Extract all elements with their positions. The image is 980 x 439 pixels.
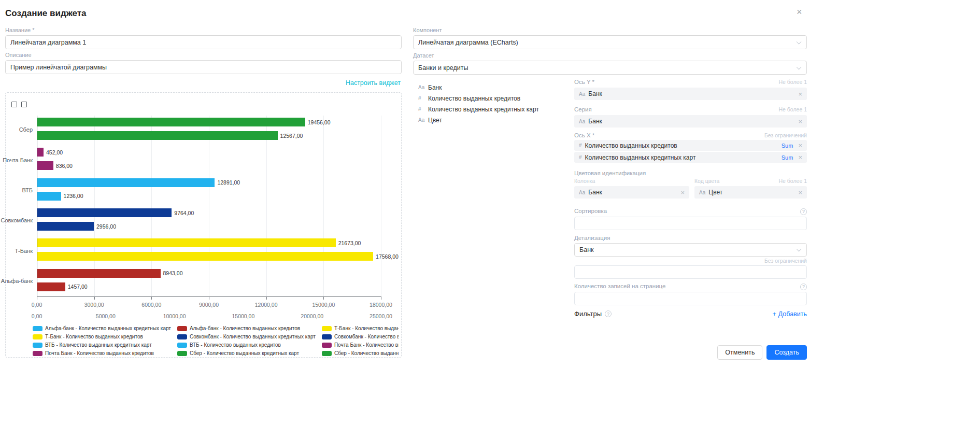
name-input[interactable]	[5, 35, 402, 49]
string-type-icon: Аа	[579, 119, 585, 124]
legend-label: Почта Банк - Количество выданных кредитн…	[334, 342, 399, 348]
bar[interactable]	[37, 252, 373, 261]
records-per-page-input[interactable]	[574, 292, 807, 305]
legend-item[interactable]: Совкомбанк - Количество выданных кредито…	[322, 334, 399, 339]
aggregation-sum-link[interactable]: Sum	[782, 154, 793, 161]
color-code-hint: Не более 1	[778, 178, 807, 184]
bar[interactable]	[37, 148, 44, 157]
save-as-image-icon[interactable]	[11, 102, 17, 107]
component-select[interactable]: Линейчатая диаграмма (ECharts)	[413, 35, 807, 49]
legend-label: Совкомбанк - Количество выданных кредито…	[334, 334, 399, 339]
legend-marker-icon	[177, 334, 187, 339]
legend-item[interactable]: Совкомбанк - Количество выданных кредитн…	[177, 334, 316, 339]
legend-item[interactable]: ВТБ - Количество выданных кредитных карт	[33, 342, 171, 348]
create-button[interactable]: Создать	[766, 345, 807, 360]
close-icon[interactable]: ×	[797, 7, 802, 17]
legend-item[interactable]: Альфа-банк - Количество выданных кредитн…	[33, 325, 171, 331]
chart-toolbox	[11, 102, 27, 107]
legend-label: ВТБ - Количество выданных кредитных карт	[45, 342, 152, 348]
dataset-select[interactable]: Банки и кредиты	[413, 61, 807, 75]
field-name: Количество выданных кредитов	[428, 95, 520, 102]
axis-x-chip-credits[interactable]: # Количество выданных кредитов Sum ×	[574, 140, 807, 151]
description-input[interactable]	[5, 60, 402, 74]
gridline	[381, 116, 381, 297]
legend-item[interactable]: Сбер - Количество выданных кредитных кар…	[177, 350, 316, 356]
remove-icon[interactable]: ×	[680, 189, 685, 196]
remove-icon[interactable]: ×	[798, 189, 802, 196]
bar-value-label: 452,00	[46, 149, 63, 155]
aggregation-sum-link[interactable]: Sum	[782, 143, 793, 149]
gridline	[209, 116, 209, 297]
dataset-field-bank[interactable]: Аа Банк	[418, 82, 569, 93]
detail-select[interactable]: Банк	[574, 243, 807, 257]
y-axis-category-label: Т-Банк	[15, 248, 33, 254]
component-value: Линейчатая диаграмма (ECharts)	[418, 39, 518, 46]
remove-icon[interactable]: ×	[798, 154, 802, 161]
configure-widget-link[interactable]: Настроить виджет	[346, 79, 401, 87]
bar-value-label: 21673,00	[338, 240, 361, 246]
color-code-label: Код цвета	[694, 178, 719, 184]
axis-y-chip[interactable]: Аа Банк ×	[574, 88, 807, 100]
series-label: Серия	[574, 106, 592, 112]
legend-label: ВТБ - Количество выданных кредитов	[190, 342, 281, 348]
bar[interactable]	[37, 192, 61, 201]
legend-item[interactable]: Почта Банк - Количество выданных кредито…	[33, 350, 171, 356]
sorting-input[interactable]	[574, 217, 807, 230]
bar-value-label: 17568,00	[376, 253, 399, 260]
axis-x-section: Ось X * Без ограничений # Количество выд…	[574, 132, 807, 163]
bar[interactable]	[37, 269, 161, 278]
legend-marker-icon	[33, 343, 42, 348]
dataset-field-credits[interactable]: # Количество выданных кредитов	[418, 93, 569, 104]
limit-input[interactable]	[574, 265, 807, 279]
remove-icon[interactable]: ×	[798, 118, 802, 125]
legend-item[interactable]: Почта Банк - Количество выданных кредитн…	[322, 342, 399, 348]
color-code-chip[interactable]: Аа Цвет ×	[694, 186, 807, 199]
legend-marker-icon	[177, 351, 187, 356]
legend-label: Т-Банк - Количество выданных кредитных к…	[334, 325, 399, 331]
legend-marker-icon	[33, 334, 42, 339]
help-icon[interactable]: ?	[800, 284, 807, 290]
legend-item[interactable]: Т-Банк - Количество выданных кредитов	[33, 334, 171, 339]
x-axis-tick-label: 15000,00	[232, 313, 254, 319]
legend-item[interactable]: Т-Банк - Количество выданных кредитных к…	[322, 325, 399, 331]
bar-value-label: 1457,00	[68, 284, 88, 290]
data-view-icon[interactable]	[21, 102, 27, 107]
axis-y-hint: Не более 1	[778, 79, 807, 85]
gridline	[323, 116, 324, 297]
help-icon[interactable]: ?	[800, 208, 807, 215]
component-label: Компонент	[413, 27, 807, 33]
remove-icon[interactable]: ×	[798, 142, 802, 149]
bar[interactable]	[37, 222, 94, 231]
axis-tick	[151, 297, 152, 300]
bar[interactable]	[37, 161, 53, 170]
bar[interactable]	[37, 238, 336, 247]
bar[interactable]	[37, 178, 215, 187]
legend-marker-icon	[33, 351, 42, 356]
color-column-chip[interactable]: Аа Банк ×	[574, 186, 689, 199]
legend-item[interactable]: Сбер - Количество выданных кредитов	[322, 350, 399, 356]
axis-tick	[209, 297, 209, 300]
legend-item[interactable]: Альфа-банк - Количество выданных кредито…	[177, 325, 316, 331]
axis-x-chip-cards[interactable]: # Количество выданных кредитных карт Sum…	[574, 152, 807, 163]
number-type-icon: #	[579, 154, 582, 160]
color-identification-label: Цветовая идентификация	[574, 170, 646, 176]
bar[interactable]	[37, 118, 305, 126]
remove-icon[interactable]: ×	[798, 91, 802, 97]
legend-item[interactable]: ВТБ - Количество выданных кредитов	[177, 342, 316, 348]
series-chip[interactable]: Аа Банк ×	[574, 115, 807, 128]
x-axis-tick-label: 0,00	[32, 313, 42, 319]
dataset-value: Банки и кредиты	[418, 64, 468, 72]
help-icon[interactable]: ?	[605, 310, 612, 317]
dialog-footer: Отменить Создать	[413, 345, 807, 360]
bar[interactable]	[37, 131, 278, 140]
bar[interactable]	[37, 282, 65, 291]
add-filter-link[interactable]: + Добавить	[772, 310, 807, 318]
y-axis-category-label: Альфа-банк	[1, 278, 33, 284]
dataset-field-color[interactable]: Аа Цвет	[418, 115, 569, 125]
bar[interactable]	[37, 208, 172, 217]
bar-value-label: 2956,00	[96, 223, 116, 230]
dataset-field-cards[interactable]: # Количество выданных кредитных карт	[418, 104, 569, 115]
y-axis-category-label: Почта Банк	[3, 157, 33, 163]
detail-section: Детализация Банк	[574, 235, 807, 257]
cancel-button[interactable]: Отменить	[717, 345, 762, 360]
